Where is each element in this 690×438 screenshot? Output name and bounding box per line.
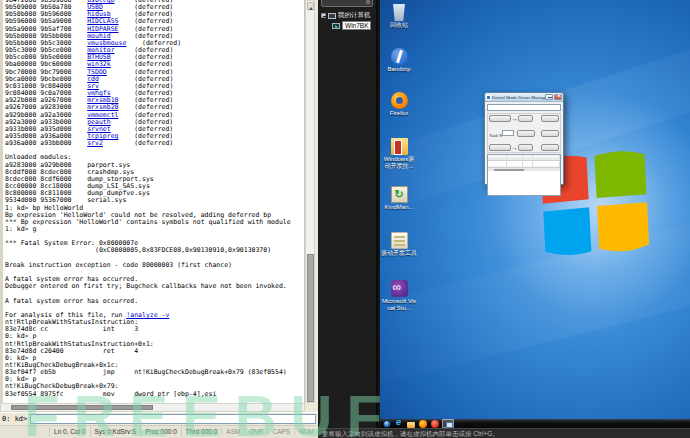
kmd-manager-dialog: Kernel Mode Driver Manager C:\Drivers\He…	[484, 92, 564, 185]
console-line: Debugger entered on first try; Bugcheck …	[5, 283, 304, 290]
driver-path-input[interactable]: C:\Drivers\HelloWorld.sys	[487, 104, 561, 111]
desktop-icon-label: Bandizip	[381, 66, 417, 73]
console-line: 83e74d8c cc int 3	[5, 326, 304, 333]
vertical-scroll-thumb[interactable]	[307, 254, 314, 402]
desktop-icon-folder[interactable]: 驱动开发工具	[381, 232, 417, 257]
console-line: Break instruction exception - code 80000…	[5, 262, 304, 269]
scroll-up-icon[interactable]	[307, 2, 314, 10]
desktop-icon-label: Windows驱动开发技...	[381, 156, 417, 169]
host-label: 我的计算机	[338, 11, 371, 20]
iocontrol-button[interactable]: IoControl	[517, 130, 535, 137]
kmd-icon	[391, 186, 408, 203]
collapse-icon[interactable]	[321, 13, 326, 18]
kmd-app-icon	[486, 95, 491, 100]
console-line: 83e74d8d c20400 ret 4	[5, 348, 304, 355]
ie-icon[interactable]	[395, 420, 403, 428]
firefox-icon	[391, 92, 408, 109]
search-icon	[366, 0, 370, 4]
status-flag-ovr: OVR	[244, 428, 267, 435]
bandizip-icon	[391, 48, 408, 65]
vmware-library-sidebar: 我的计算机 Win7BK	[318, 0, 378, 428]
vmware-window: 我的计算机 Win7BK 回收站BandizipFirefoxWindows驱动…	[318, 0, 690, 438]
desktop-icon-label: Microsoft Visual Stu...	[381, 298, 417, 311]
desktop-icon-label: KmdMan...	[381, 204, 417, 211]
status-flag-asm: ASM	[221, 428, 244, 435]
desktop-icon-visual-studio[interactable]: Microsoft Visual Stu...	[381, 280, 417, 311]
explorer-icon[interactable]	[407, 422, 415, 428]
library-search-input[interactable]	[321, 0, 373, 7]
vmware-statusbar: 要将输入定向到该虚拟机，请在虚拟机内部单击或按 Ctrl+G。	[318, 428, 690, 438]
horizontal-scroll-thumb[interactable]	[11, 405, 153, 410]
vm-screen[interactable]: 回收站BandizipFirefoxWindows驱动开发技...KmdMan.…	[380, 0, 690, 428]
console-line: a936a000 a93bb000 srv2 (deferred)	[5, 140, 304, 147]
task-num-input[interactable]	[502, 130, 514, 136]
desktop-icon-recycle-bin[interactable]: 回收站	[381, 4, 417, 29]
start-orb[interactable]	[383, 420, 391, 428]
desktop-icon-firefox[interactable]: Firefox	[381, 92, 417, 117]
screen: 9b4f2000 9b509000 usbccgp (deferred)9b50…	[0, 0, 690, 438]
arrow-icon: →	[511, 115, 518, 122]
desktop-icon-bandizip[interactable]: Bandizip	[381, 48, 417, 73]
status-sys: Sys 0:KdSrv:S	[90, 427, 141, 437]
console-line: (0xC0000005,0x83FDCE08,0x90130910,0x9013…	[5, 247, 304, 254]
status-proc: Proc 000:0	[140, 427, 180, 437]
run-button[interactable]: Run	[518, 115, 533, 122]
horizontal-scrollbar[interactable]	[0, 403, 305, 412]
unregister-button[interactable]: Unregister	[489, 144, 511, 151]
vm-name-selected: Win7BK	[342, 21, 371, 30]
console-line: 83ef04f7 eb5b jmp nt!KiBugCheckDebugBrea…	[5, 369, 304, 376]
kd-prompt: 0: kd>	[2, 415, 27, 423]
console-line: 83ef0554 8975fc mov dword ptr [ebp-4],es…	[5, 391, 304, 398]
status-line-col: Ln 0, Col 0	[49, 427, 89, 437]
options-button[interactable]: Options	[541, 115, 559, 122]
sidebar-item-vm[interactable]: Win7BK	[332, 21, 371, 30]
folder-icon	[391, 232, 408, 249]
vertical-scrollbar[interactable]	[305, 0, 315, 403]
desktop-icon-kmd[interactable]: KmdMan...	[381, 186, 417, 211]
console-line: *** Bp expression 'HelloWorld' contains …	[5, 219, 304, 226]
debugger-output: 9b4f2000 9b509000 usbccgp (deferred)9b50…	[3, 0, 304, 398]
about-button[interactable]: About	[541, 130, 559, 137]
status-flag-caps: CAPS	[267, 428, 294, 435]
dialog-title: Kernel Mode Driver Manager	[492, 95, 493, 100]
exit-button[interactable]: Exit	[541, 144, 559, 151]
driver-list[interactable]: DriverOperationStatusLast Error HelloWor…	[487, 154, 561, 196]
computer-icon	[328, 13, 336, 19]
command-prompt-row: 0: kd>	[0, 412, 318, 425]
arrow-icon: →	[511, 144, 518, 151]
task-num-label: Task Num	[489, 124, 502, 142]
book-folder-icon	[391, 138, 408, 155]
driver-actions-group: Register → Run Options Task Num IoContro…	[487, 113, 561, 153]
active-app[interactable]	[442, 419, 454, 428]
close-button[interactable]	[554, 94, 562, 100]
list-horizontal-scrollbar[interactable]	[488, 167, 560, 171]
visual-studio-icon	[391, 280, 408, 297]
console-line: 1: kd> g	[5, 226, 304, 233]
opera-icon[interactable]	[431, 420, 439, 428]
register-button[interactable]: Register	[489, 115, 511, 122]
firefox-tb-icon[interactable]	[419, 420, 427, 428]
sidebar-item-my-computer[interactable]: 我的计算机	[321, 11, 371, 20]
status-flag-num: NUM	[294, 428, 318, 435]
vmware-status-message: 要将输入定向到该虚拟机，请在虚拟机内部单击或按 Ctrl+G。	[322, 430, 499, 437]
console-line: A fatal system error has occurred.	[5, 298, 304, 305]
status-thrd: Thrd 000:0	[181, 427, 221, 437]
desktop-icon-book-folder[interactable]: Windows驱动开发技...	[381, 138, 417, 169]
debugger-link[interactable]: srv2	[87, 139, 103, 147]
windbg-statusbar: Ln 0, Col 0 Sys 0:KdSrv:S Proc 000:0 Thr…	[0, 425, 318, 438]
recycle-bin-icon	[391, 4, 408, 21]
command-input[interactable]	[30, 414, 316, 424]
desktop-icon-label: 回收站	[381, 22, 417, 29]
stop-button[interactable]: Stop	[518, 144, 533, 151]
vm-poweron-icon	[332, 23, 340, 29]
dialog-titlebar[interactable]: Kernel Mode Driver Manager	[485, 93, 563, 102]
minimize-button[interactable]	[545, 94, 553, 100]
debugger-output-pane[interactable]: 9b4f2000 9b509000 usbccgp (deferred)9b50…	[0, 0, 305, 403]
vm-taskbar	[380, 419, 690, 428]
desktop-icon-label: Firefox	[381, 110, 417, 117]
desktop-icon-label: 驱动开发工具	[381, 250, 417, 257]
windbg-window: 9b4f2000 9b509000 usbccgp (deferred)9b50…	[0, 0, 318, 438]
